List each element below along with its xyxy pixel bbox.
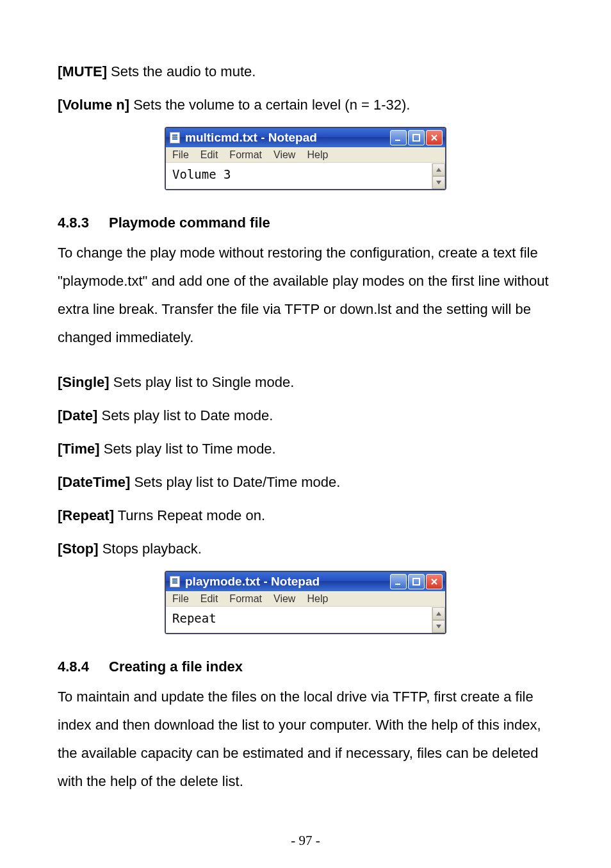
bold-mute: [MUTE] xyxy=(58,63,107,79)
section-heading-483: 4.8.3Playmode command file xyxy=(58,215,553,231)
svg-rect-2 xyxy=(395,584,400,585)
menu-help[interactable]: Help xyxy=(307,149,328,161)
minimize-button[interactable] xyxy=(390,130,407,145)
list-item: [DateTime] Sets play list to Date/Time m… xyxy=(58,468,553,496)
maximize-button[interactable] xyxy=(408,130,425,145)
close-button[interactable] xyxy=(426,574,443,589)
bold-datetime: [DateTime] xyxy=(58,474,130,490)
scroll-up-button[interactable] xyxy=(432,607,445,620)
minimize-button[interactable] xyxy=(390,574,407,589)
menu-file[interactable]: File xyxy=(172,593,189,605)
menu-view[interactable]: View xyxy=(273,149,295,161)
notepad-window-multicmd: multicmd.txt - Notepad File Edit Format … xyxy=(165,127,446,190)
titlebar: playmode.txt - Notepad xyxy=(166,572,445,591)
bold-single: [Single] xyxy=(58,374,110,390)
notepad-window-playmode: playmode.txt - Notepad File Edit Format … xyxy=(165,571,446,634)
list-item: [Time] Sets play list to Time mode. xyxy=(58,435,553,463)
section-number: 4.8.3 xyxy=(58,215,109,231)
paragraph-volume: [Volume n] Sets the volume to a certain … xyxy=(58,91,553,119)
bold-stop: [Stop] xyxy=(58,541,99,557)
list-item: [Single] Sets play list to Single mode. xyxy=(58,368,553,397)
menubar: File Edit Format View Help xyxy=(166,591,445,607)
section-title: Creating a file index xyxy=(109,659,243,675)
scroll-up-button[interactable] xyxy=(432,163,445,176)
section-title: Playmode command file xyxy=(109,215,270,231)
section-heading-484: 4.8.4Creating a file index xyxy=(58,659,553,675)
scroll-down-button[interactable] xyxy=(432,620,445,633)
text-datetime: Sets play list to Date/Time mode. xyxy=(130,474,340,490)
menu-format[interactable]: Format xyxy=(229,593,262,605)
bold-volume: [Volume n] xyxy=(58,97,129,113)
notepad-content[interactable]: Repeat xyxy=(166,607,432,633)
list-item: [Stop] Stops playback. xyxy=(58,535,553,563)
list-item: [Date] Sets play list to Date mode. xyxy=(58,402,553,430)
close-button[interactable] xyxy=(426,130,443,145)
text-mute: Sets the audio to mute. xyxy=(107,63,256,79)
paragraph-fileindex: To maintain and update the files on the … xyxy=(58,683,553,796)
text-stop: Stops playback. xyxy=(99,541,202,557)
notepad-content[interactable]: Volume 3 xyxy=(166,163,432,189)
bold-date: [Date] xyxy=(58,407,97,423)
text-time: Sets play list to Time mode. xyxy=(100,441,276,457)
titlebar: multicmd.txt - Notepad xyxy=(166,128,445,147)
window-title: playmode.txt - Notepad xyxy=(184,575,389,589)
text-date: Sets play list to Date mode. xyxy=(97,407,273,423)
bold-time: [Time] xyxy=(58,441,100,457)
list-item: [Repeat] Turns Repeat mode on. xyxy=(58,502,553,530)
window-title: multicmd.txt - Notepad xyxy=(184,131,389,145)
menu-help[interactable]: Help xyxy=(307,593,328,605)
text-volume: Sets the volume to a certain level (n = … xyxy=(129,97,410,113)
svg-rect-0 xyxy=(395,140,400,141)
menu-edit[interactable]: Edit xyxy=(200,593,218,605)
menu-file[interactable]: File xyxy=(172,149,189,161)
notepad-icon xyxy=(170,132,180,143)
menu-view[interactable]: View xyxy=(273,593,295,605)
paragraph-mute: [MUTE] Sets the audio to mute. xyxy=(58,58,553,86)
paragraph-playmode: To change the play mode without restorin… xyxy=(58,239,553,352)
scroll-down-button[interactable] xyxy=(432,176,445,189)
scrollbar[interactable] xyxy=(432,607,445,633)
maximize-button[interactable] xyxy=(408,574,425,589)
bold-repeat: [Repeat] xyxy=(58,507,114,523)
text-single: Sets play list to Single mode. xyxy=(110,374,295,390)
notepad-icon xyxy=(170,576,180,587)
svg-rect-1 xyxy=(413,135,420,141)
svg-rect-3 xyxy=(413,578,420,585)
page-number: - 97 - xyxy=(0,833,611,849)
section-number: 4.8.4 xyxy=(58,659,109,675)
menu-format[interactable]: Format xyxy=(229,149,262,161)
scrollbar[interactable] xyxy=(432,163,445,189)
menubar: File Edit Format View Help xyxy=(166,147,445,163)
text-repeat: Turns Repeat mode on. xyxy=(114,507,265,523)
menu-edit[interactable]: Edit xyxy=(200,149,218,161)
